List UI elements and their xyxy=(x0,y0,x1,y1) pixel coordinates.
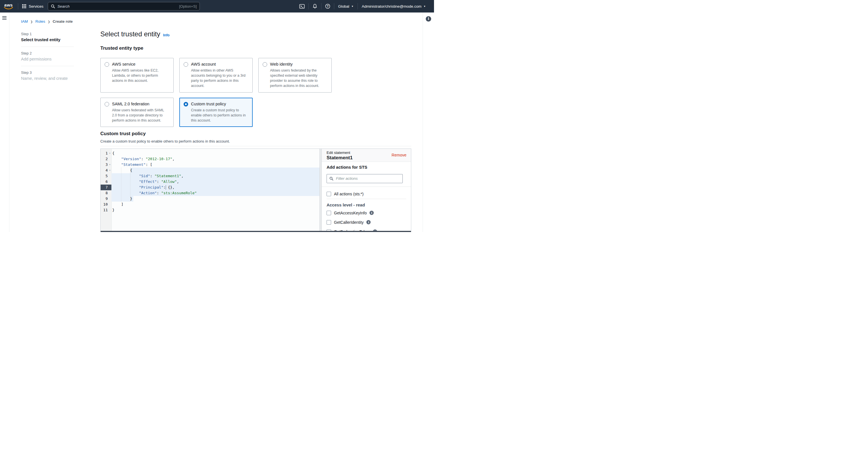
aws-smile-icon xyxy=(4,7,13,10)
radio-selected[interactable] xyxy=(184,102,188,106)
services-menu-button[interactable]: Services xyxy=(18,0,48,12)
info-icon[interactable]: i xyxy=(370,211,374,215)
code-line-2: 2 "Version": "2012-10-17", xyxy=(101,156,319,162)
steps-nav: Step 1Select trusted entityStep 2Add per… xyxy=(21,32,74,81)
code-line-content: "Version": "2012-10-17", xyxy=(112,156,319,162)
bell-icon xyxy=(312,4,317,9)
line-number-gutter: 9 xyxy=(101,196,112,202)
radio-unselected[interactable] xyxy=(262,62,267,67)
line-number-gutter: 11 xyxy=(101,207,112,213)
code-tokens: } xyxy=(112,208,115,212)
breadcrumb-link-roles[interactable]: Roles xyxy=(35,19,45,24)
code-line-3: 3▾ "Statement": [ xyxy=(101,162,319,168)
entity-option-web-identity[interactable]: Web identityAllows users federated by th… xyxy=(258,58,332,93)
chevron-down-icon: ▼ xyxy=(351,5,353,8)
cloudshell-button[interactable] xyxy=(296,0,308,12)
fold-caret-icon[interactable]: ▾ xyxy=(108,168,112,173)
account-menu[interactable]: Administrator/christine@mode.com ▼ xyxy=(358,0,430,12)
services-grid-icon xyxy=(22,4,26,8)
step-item-3[interactable]: Step 3Name, review, and create xyxy=(21,70,74,81)
entity-option-aws-account[interactable]: AWS accountAllow entities in other AWS a… xyxy=(179,58,253,93)
code-tokens: "Sid": "Statement1", xyxy=(112,174,183,178)
svg-text:?: ? xyxy=(327,4,329,8)
entity-option-description: Allows users federated by the specified … xyxy=(270,68,328,89)
region-selector[interactable]: Global ▼ xyxy=(334,0,358,12)
entity-option-title: Custom trust policy xyxy=(191,102,248,106)
entity-option-aws-service[interactable]: AWS serviceAllow AWS services like EC2, … xyxy=(100,58,174,93)
action-label: GetAccessKeyInfo xyxy=(334,211,367,215)
code-line-content: "Effect": "Allow", xyxy=(112,179,319,185)
line-number-gutter: 10 xyxy=(101,202,112,207)
all-actions-label: All actions (sts:*) xyxy=(334,192,364,196)
action-label: GetCallerIdentity xyxy=(334,220,364,225)
edit-statement-panel: Edit statement Statement1 Remove Add act… xyxy=(322,149,411,232)
open-navigation-menu-button[interactable] xyxy=(2,16,6,21)
access-level-read-heading: Access level - read xyxy=(327,202,411,207)
aws-logo-text: aws xyxy=(4,3,13,7)
code-tokens: { xyxy=(112,151,115,155)
text-cursor xyxy=(166,185,166,190)
breadcrumb: IAM❯Roles❯Create role xyxy=(21,19,73,24)
panel-resize-handle[interactable] xyxy=(319,149,322,232)
breadcrumb-current: Create role xyxy=(53,19,73,24)
line-number-gutter: 6 xyxy=(101,179,112,185)
line-number-gutter: 4▾ xyxy=(101,168,112,173)
all-actions-row: All actions (sts:*) xyxy=(327,192,411,196)
info-link[interactable]: Info xyxy=(163,33,170,37)
aws-logo[interactable]: aws xyxy=(4,3,13,10)
action-row-getcalleridentity: GetCallerIdentityi xyxy=(327,220,411,225)
radio-unselected[interactable] xyxy=(104,102,109,106)
entity-option-title: AWS service xyxy=(112,62,169,66)
step-label: Step 2 xyxy=(21,51,74,55)
code-line-content: ] xyxy=(112,202,319,207)
breadcrumb-link-iam[interactable]: IAM xyxy=(21,19,28,24)
fold-caret-icon[interactable]: ▾ xyxy=(108,162,112,168)
code-tokens: ] xyxy=(112,202,123,206)
chevron-right-icon: ❯ xyxy=(30,20,33,23)
line-number: 8 xyxy=(101,190,108,196)
code-tokens: { xyxy=(112,168,132,172)
steps-divider xyxy=(21,46,74,47)
remove-statement-link[interactable]: Remove xyxy=(392,153,406,157)
radio-unselected[interactable] xyxy=(184,62,188,67)
line-number: 3 xyxy=(101,162,108,168)
code-line-content: { xyxy=(112,168,319,173)
info-panel-toggle-icon[interactable]: i xyxy=(426,16,431,22)
getaccesskeyinfo-checkbox[interactable] xyxy=(327,211,331,215)
entity-option-description: Allow users federated with SAML 2.0 from… xyxy=(112,108,169,123)
line-number: 4 xyxy=(101,168,108,173)
main-content: Select trusted entity Info Trusted entit… xyxy=(100,12,411,232)
left-rail xyxy=(0,12,9,232)
cloudshell-terminal-icon xyxy=(299,4,305,9)
all-actions-checkbox[interactable] xyxy=(327,192,331,196)
step-title: Name, review, and create xyxy=(21,76,74,81)
step-item-1: Step 1Select trusted entity xyxy=(21,32,74,42)
step-title: Select trusted entity xyxy=(21,37,74,42)
search-input[interactable]: Search [Option+S] xyxy=(48,2,200,10)
getcalleridentity-checkbox[interactable] xyxy=(327,220,331,225)
region-label: Global xyxy=(338,4,349,8)
radio-unselected[interactable] xyxy=(104,62,109,67)
entity-option-description: Allow AWS services like EC2, Lambda, or … xyxy=(112,68,169,83)
filter-actions-input[interactable] xyxy=(335,176,400,181)
top-navigation: aws Services xyxy=(0,0,434,12)
code-line-11: 11} xyxy=(101,207,319,213)
chevron-right-icon: ❯ xyxy=(48,20,50,23)
line-number: 2 xyxy=(101,156,108,162)
notifications-bell-button[interactable] xyxy=(309,0,321,12)
editor-status-bar xyxy=(101,231,411,232)
step-title: Add permissions xyxy=(21,57,74,61)
entity-option-title: Web identity xyxy=(270,62,328,66)
line-number-gutter: 8 xyxy=(101,190,112,196)
code-line-6: 6 "Effect": "Allow", xyxy=(101,179,319,185)
entity-option-saml-2-0-federation[interactable]: SAML 2.0 federationAllow users federated… xyxy=(100,98,174,127)
info-icon[interactable]: i xyxy=(366,220,371,224)
panel-divider xyxy=(327,199,406,199)
code-line-8: 8 "Action": "sts:AssumeRole" xyxy=(101,190,319,196)
step-item-2[interactable]: Step 2Add permissions xyxy=(21,51,74,61)
account-label: Administrator/christine@mode.com xyxy=(362,4,422,8)
entity-option-custom-trust-policy[interactable]: Custom trust policyCreate a custom trust… xyxy=(179,98,253,127)
help-button[interactable]: ? xyxy=(321,0,334,12)
fold-caret-icon[interactable]: ▾ xyxy=(108,151,112,156)
json-code-editor[interactable]: 1▾{2 "Version": "2012-10-17",3▾ "Stateme… xyxy=(101,149,319,232)
